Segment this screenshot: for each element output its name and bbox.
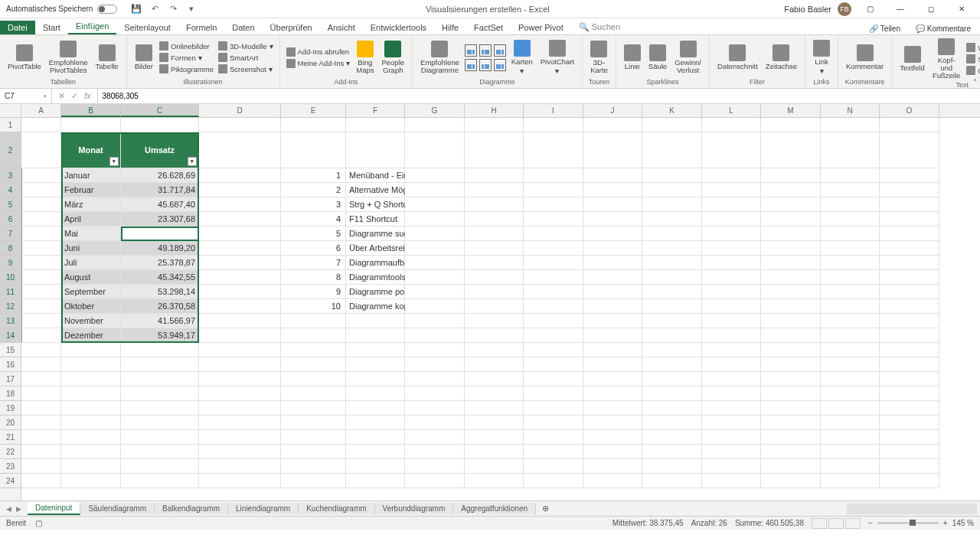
cell[interactable] <box>21 118 61 132</box>
cell[interactable]: Februar <box>61 183 121 197</box>
cell[interactable] <box>583 445 642 459</box>
cell[interactable] <box>761 314 821 328</box>
cell[interactable] <box>642 132 702 168</box>
cell[interactable]: Dezember <box>61 328 121 343</box>
cell[interactable] <box>524 299 583 314</box>
my-addins-button[interactable]: Meine Add-Ins ▾ <box>285 58 352 69</box>
cell[interactable] <box>199 183 281 197</box>
sheet-tab[interactable]: Säulendiagramm <box>80 503 155 514</box>
cell[interactable] <box>465 299 524 314</box>
cell[interactable] <box>121 386 199 401</box>
online-pics-button[interactable]: Onlinebilder <box>158 41 215 51</box>
cell[interactable] <box>465 459 524 474</box>
tab-insert[interactable]: Einfügen <box>68 19 116 34</box>
zoom-in-icon[interactable]: + <box>943 519 948 527</box>
cell[interactable]: Diagrammtools + Zeile/Spalten tauschen <box>346 270 405 285</box>
timeline-button[interactable]: Zeitachse <box>763 43 800 72</box>
cell[interactable] <box>465 416 524 430</box>
pivottable-button[interactable]: PivotTable <box>5 43 44 72</box>
cell[interactable]: Diagramme suchen <box>346 227 405 241</box>
cell[interactable] <box>465 401 524 416</box>
cell[interactable] <box>880 314 939 328</box>
cell[interactable] <box>642 372 702 386</box>
cell[interactable] <box>761 299 821 314</box>
close-icon[interactable]: ✕ <box>949 2 974 17</box>
cell[interactable] <box>61 474 121 488</box>
row-header[interactable]: 17 <box>0 372 21 386</box>
cell[interactable] <box>121 343 199 357</box>
cell[interactable]: 25.378,87 <box>121 256 199 270</box>
formula-input[interactable] <box>97 89 980 103</box>
cell[interactable] <box>821 241 880 256</box>
cell[interactable] <box>21 132 61 168</box>
cell[interactable] <box>21 227 61 241</box>
tab-dev[interactable]: Entwicklertools <box>363 21 434 34</box>
row-header[interactable]: 6 <box>0 212 21 227</box>
cell[interactable] <box>465 357 524 372</box>
cell[interactable] <box>465 212 524 227</box>
cell[interactable] <box>346 343 405 357</box>
cell[interactable] <box>880 386 939 401</box>
cell[interactable] <box>524 372 583 386</box>
cell[interactable] <box>199 430 281 445</box>
cell[interactable]: Juni <box>61 241 121 256</box>
table-button[interactable]: Tabelle <box>93 43 122 72</box>
tab-review[interactable]: Überprüfen <box>263 21 320 34</box>
cell[interactable] <box>821 416 880 430</box>
cell[interactable] <box>281 445 346 459</box>
row-header[interactable]: 11 <box>0 285 21 299</box>
cell[interactable] <box>346 328 405 343</box>
cell[interactable] <box>61 372 121 386</box>
cell[interactable] <box>702 270 761 285</box>
screenshot-button[interactable]: Screenshot ▾ <box>217 64 275 74</box>
cell[interactable]: August <box>61 270 121 285</box>
cell[interactable] <box>465 314 524 328</box>
recommended-charts-button[interactable]: Empfohlene Diagramme <box>417 39 462 76</box>
cell[interactable] <box>199 132 281 168</box>
row-header[interactable]: 12 <box>0 299 21 314</box>
cell[interactable] <box>21 328 61 343</box>
cell[interactable] <box>281 459 346 474</box>
row-header[interactable]: 14 <box>0 328 21 343</box>
link-button[interactable]: Link▾ <box>810 38 833 77</box>
cell[interactable] <box>821 474 880 488</box>
cell[interactable]: 26.628,69 <box>121 168 199 183</box>
sparkline-column-button[interactable]: Säule <box>645 43 670 72</box>
cell[interactable]: September <box>61 285 121 299</box>
cell[interactable] <box>880 357 939 372</box>
cell[interactable] <box>761 227 821 241</box>
cell[interactable] <box>821 372 880 386</box>
cell[interactable] <box>880 299 939 314</box>
cell[interactable]: 49.189,20 <box>121 241 199 256</box>
cell[interactable] <box>642 416 702 430</box>
wordart-button[interactable]: WordArt ▾ <box>965 42 980 53</box>
cell[interactable] <box>21 445 61 459</box>
cell[interactable] <box>821 168 880 183</box>
cell[interactable]: März <box>61 197 121 212</box>
cell[interactable] <box>583 227 642 241</box>
chart-pie-icon[interactable] <box>494 44 506 57</box>
cell[interactable] <box>61 416 121 430</box>
cell[interactable] <box>642 118 702 132</box>
cell[interactable] <box>465 118 524 132</box>
cell[interactable] <box>121 416 199 430</box>
cell[interactable] <box>199 256 281 270</box>
cell[interactable] <box>524 401 583 416</box>
cell[interactable] <box>642 328 702 343</box>
cell[interactable] <box>702 401 761 416</box>
col-header[interactable]: N <box>821 104 880 117</box>
cell[interactable] <box>21 285 61 299</box>
cell[interactable] <box>21 168 61 183</box>
sparkline-line-button[interactable]: Linie <box>621 43 644 72</box>
cell[interactable] <box>405 459 465 474</box>
3dmodels-button[interactable]: 3D-Modelle ▾ <box>217 41 275 51</box>
tab-help[interactable]: Hilfe <box>434 21 466 34</box>
sheet-tab[interactable]: Aggregatfunktionen <box>453 503 536 514</box>
cell[interactable]: 9 <box>281 285 346 299</box>
col-header[interactable]: C <box>121 104 199 117</box>
cell[interactable] <box>21 386 61 401</box>
tab-file[interactable]: Datei <box>0 21 35 34</box>
row-header[interactable]: 24 <box>0 474 21 488</box>
cell[interactable] <box>642 256 702 270</box>
row-header[interactable]: 4 <box>0 183 21 197</box>
